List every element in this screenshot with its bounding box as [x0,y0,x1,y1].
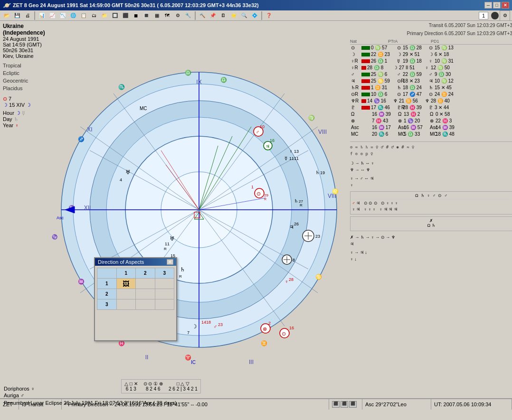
toolbar-icon-2[interactable]: 📈 [47,11,57,20]
planet-row-10: Ω 16 ♒ 39 Ω 13 ♓ 2 Ω 0 ✕ 58 [350,111,512,118]
toolbar-icon-10[interactable]: ◼ [131,11,141,20]
toolbar-icon-13[interactable]: 🗺 [162,11,172,20]
toolbar-separator-1 [34,11,35,20]
aspects-cell-2-3[interactable] [155,289,174,299]
aspects-cell-1-2[interactable] [136,279,155,289]
toolbar-icon-11[interactable]: 🔳 [142,11,151,20]
close-button[interactable]: ✕ [502,2,509,9]
aspects-cell-3-1[interactable] [116,299,136,310]
toolbar-icon-6[interactable]: 🗂 [89,11,99,20]
maximize-button[interactable]: □ [493,2,501,9]
planet-row-2: ♀R 26 ♎ 1 ☿ 19 ♎ 18 ♀ 10 ♍ 31 [350,58,512,65]
aspects-header-3[interactable]: 3 [155,268,174,279]
aspects-cell-3-2[interactable] [136,299,155,310]
planet-row-7: ⊙R 10 ♎ 6 ⊙ 17 ♐ 47 ⊙ 24 ♊ 24 [350,91,512,98]
triangle-group: △ □ ✕ 6 1 3 [124,381,138,392]
toolbar-icon-15[interactable]: 🔧 [183,11,193,20]
arrows-section: ✗ → ♄ → ♀ → ⊙ → ♆ ♃ ♀ → ♃ ↓ ♀ ↓ [350,234,512,262]
toolbar-icon-1[interactable]: 📊 [37,11,47,20]
planet-ptra-sym-4: ♂ [397,71,403,78]
aspects-cell-3-3[interactable] [155,299,174,310]
toolbar-separator-3 [261,11,262,20]
toolbar-icon-14[interactable]: ⚙ [173,11,182,20]
toolbar-icon-3[interactable]: 📉 [58,11,67,20]
toolbar-icon-7[interactable]: 📁 [100,11,109,20]
titlebar-controls: ─ □ ✕ [484,2,509,9]
planet-pd1-9: 3 ✕ 44 [435,104,461,111]
toolbar-icon-20[interactable]: 🔍 [239,11,249,20]
aspects-header-2[interactable]: 2 [136,268,155,279]
toolbar-icon-18[interactable]: 🗓 [218,11,228,20]
svg-text:♒: ♒ [78,278,85,285]
toolbar-icon-open[interactable]: 📂 [2,11,11,20]
svg-text:☽: ☽ [192,323,197,330]
toolbar-icon-22[interactable]: ❓ [264,11,274,20]
toolbar-icon-9[interactable]: ⬛ [121,11,130,20]
planet-pd1-12: 14 ♒ 39 [436,124,462,131]
planet-pd1-sym-5: ♃ [429,78,435,84]
planet-symbol-0: ⊙ [351,45,361,51]
planet-ptra-sym-9: ♇R [397,104,403,111]
toolbar-icon-5[interactable]: 📋 [79,11,88,20]
toolbar-icon-4[interactable]: 🌐 [68,11,78,20]
settings-button[interactable]: ⚙ [500,10,510,21]
aspects-cell-1-1[interactable]: 🖼 [116,279,136,289]
svg-text:♍: ♍ [308,114,315,121]
aspects-cell-1-3[interactable] [155,279,174,289]
planet-ptra-10: 13 ♓ 2 [404,111,430,118]
status-icon-3[interactable]: ⬛ [349,401,357,408]
planet-pd1-1: 6 ✕ 18 [435,51,461,58]
svg-text:☿: ☿ [284,156,287,161]
planet-pd1-11: 22 ♓ 3 [436,118,462,124]
planet-nat-3: 28 ♎ 8 [367,65,393,71]
planet-pd1-sym-12: Asc [430,124,436,131]
svg-text:♀: ♀ [284,279,288,284]
column-headers: Nat PTrA PD1 [350,39,512,45]
toolbar-icon-12[interactable]: ▦ [152,11,161,20]
planet-bar-10 [361,112,371,116]
left-info-panel: Ukraine (Independence) 24 August 1991 Sa… [0,21,50,398]
svg-text:29: 29 [264,193,268,197]
aspects-grid: 1 2 3 1 🖼 2 [95,266,176,340]
node-table: Ω ♄ ♀ ♂ ⊙ ♂ ♂ ♃ ⊙ ⊙ ⊙ ⊙ ♀ ♀ ♀ ♀ ♃ ♀ ♀ ♀ … [350,191,512,215]
minimize-button[interactable]: ─ [484,2,492,9]
planet-symbol-12: Asc [351,124,361,131]
transit-header-1: Transit 6.05.2007 Sun 12:03:29 GMT+3 [350,22,512,29]
svg-text:♀: ♀ [289,149,293,154]
planet-ptra-7: 17 ♐ 47 [403,91,429,98]
planet-pd1-sym-4: ♂ [429,71,435,78]
svg-text:♂: ♂ [213,324,217,329]
toolbar-icon-8[interactable]: 🔲 [110,11,120,20]
page-number: 1 [479,12,488,19]
planet-bar-12 [361,126,371,130]
planet-ptra-sym-2: ☿ [397,58,403,65]
toolbar-icon-16[interactable]: 🔨 [198,11,207,20]
aspects-cell-2-1[interactable] [116,289,136,299]
svg-text:♌: ♌ [332,188,339,195]
secondary-node-table: ✗Ω ♄ [350,216,512,231]
planet-pd1-sym-1: ☽ [429,51,435,58]
svg-text:VIII: VIII [318,129,327,135]
arrow-row1: ✗ → ♄ → ♀ → ⊙ → ♆ [350,234,512,241]
status-icon-2[interactable]: ⬛ [341,401,348,408]
toolbar-icon-21[interactable]: 💠 [250,11,259,20]
planet-row-4: ♂ 25 ♍ 6 ♂ 22 ♎ 59 ♂ 9 ♎ 30 [350,71,512,78]
toolbar-icon-17[interactable]: 📌 [208,11,218,20]
aspects-cell-2-2[interactable] [136,289,155,299]
svg-text:R: R [264,197,266,201]
planet-nat-5: 25 ♋ 59 [371,78,397,84]
svg-text:♎: ♎ [185,69,191,76]
planet-nat-2: 26 ♎ 1 [371,58,397,65]
status-icon-1[interactable]: ⬛ [332,401,340,408]
toolbar-icon-print[interactable]: 🖨 [23,11,32,20]
aspects-header-1[interactable]: 1 [116,268,136,279]
day-ruler: Day ♄ [3,116,47,122]
aspect-symbols-section: ⊙ ≈ ♄ ♄ = ♀ ♂ # ♂ ✱ # ≈ ♀ f ⊙ ⊙ p ♀ [350,141,512,157]
aspects-close-button[interactable]: ✕ [167,259,173,265]
svg-text:R: R [300,203,303,207]
toolbar-icon-19[interactable]: ⭐ [229,11,238,20]
toolbar-separator-2 [195,11,196,20]
planet-ptra-sym-13: MC [398,131,404,138]
svg-text:⊙: ⊙ [256,191,261,196]
toolbar-icon-save[interactable]: 💾 [12,11,22,20]
